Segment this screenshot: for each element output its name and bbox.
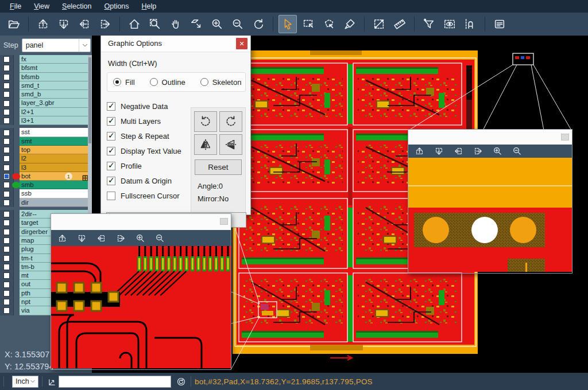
transform-button-mirror-horizontal[interactable] bbox=[194, 134, 217, 155]
layer-name[interactable]: fx bbox=[20, 55, 92, 64]
layer-checkbox[interactable] bbox=[3, 173, 10, 180]
layer-name[interactable]: l2 bbox=[20, 154, 92, 163]
layer-name[interactable]: smd_b bbox=[20, 90, 92, 99]
layer-name[interactable]: layer_3.gbr bbox=[20, 99, 92, 107]
layer-checkbox[interactable] bbox=[3, 130, 10, 136]
angle-corner-icon[interactable] bbox=[46, 375, 59, 388]
pan-button[interactable] bbox=[167, 15, 185, 33]
magnifier-right-view[interactable] bbox=[408, 158, 572, 272]
layer-checkbox[interactable] bbox=[3, 138, 10, 145]
layer-name[interactable]: l2+1 bbox=[20, 108, 92, 116]
layer-checkbox[interactable] bbox=[3, 282, 10, 288]
layer-checkbox[interactable] bbox=[3, 109, 10, 115]
layer-checkbox[interactable] bbox=[3, 147, 10, 153]
snap-button[interactable] bbox=[461, 15, 479, 33]
magnifier-tool-shift-down[interactable] bbox=[76, 233, 87, 243]
layer-checkbox[interactable] bbox=[3, 211, 10, 217]
magnifier-tool-shift-up[interactable] bbox=[414, 146, 424, 157]
magnifier-tool-zoom-in[interactable] bbox=[135, 233, 145, 243]
layer-name[interactable]: smd_t bbox=[20, 81, 92, 90]
layer-name[interactable]: ssb bbox=[20, 189, 92, 198]
layer-checkbox[interactable] bbox=[3, 307, 10, 314]
layer-checkbox[interactable] bbox=[3, 100, 10, 107]
layer-name[interactable]: l3 bbox=[20, 163, 92, 172]
transform-button-mirror-vertical[interactable] bbox=[219, 134, 242, 155]
layer-checkbox[interactable] bbox=[3, 74, 10, 80]
layer-row[interactable]: bfsmb bbox=[0, 73, 92, 81]
layer-checkbox[interactable] bbox=[3, 56, 10, 63]
refresh-icon[interactable] bbox=[175, 375, 187, 388]
layer-name[interactable]: l3+1 bbox=[20, 116, 92, 125]
layer-row[interactable]: smt bbox=[0, 137, 92, 146]
magnifier-tool-shift-down[interactable] bbox=[434, 146, 444, 157]
layer-name[interactable]: smb bbox=[20, 181, 92, 189]
layer-row[interactable]: top bbox=[0, 146, 92, 154]
shift-left-button[interactable] bbox=[75, 15, 94, 33]
magnifier-right-titlebar[interactable] bbox=[408, 130, 572, 145]
magnifier-window-left[interactable] bbox=[51, 213, 231, 370]
layer-row[interactable]: sst bbox=[0, 128, 92, 136]
layer-checkbox[interactable] bbox=[3, 182, 10, 188]
magnifier-tool-zoom-out[interactable] bbox=[154, 233, 165, 243]
layer-name[interactable]: bfsmt bbox=[20, 64, 92, 72]
layer-row[interactable]: ssb bbox=[0, 189, 92, 198]
dialog-titlebar[interactable]: Graphic Options ✕ bbox=[101, 35, 250, 52]
option-checkbox-row-datum-origin[interactable]: Datum & Origin bbox=[107, 173, 193, 188]
zoom-previous-button[interactable] bbox=[249, 15, 268, 33]
menu-item[interactable]: View bbox=[28, 1, 56, 11]
menu-item[interactable]: Options bbox=[98, 1, 135, 11]
layer-checkbox[interactable] bbox=[3, 299, 10, 305]
layer-checkbox[interactable] bbox=[3, 272, 10, 279]
menu-item[interactable]: File bbox=[3, 1, 28, 11]
layer-checkbox[interactable] bbox=[3, 200, 10, 206]
layer-name[interactable]: sst bbox=[20, 128, 92, 136]
brush-button[interactable] bbox=[341, 15, 359, 33]
menu-item[interactable]: Help bbox=[136, 1, 163, 11]
layer-row[interactable]: smd_t bbox=[0, 81, 92, 90]
rect-select-button[interactable] bbox=[299, 15, 318, 33]
close-icon[interactable]: ✕ bbox=[236, 38, 247, 49]
move-copy-button[interactable] bbox=[187, 15, 206, 33]
magnifier-left-titlebar[interactable] bbox=[51, 214, 231, 230]
view-options-button[interactable] bbox=[440, 15, 459, 33]
fit-view-button[interactable] bbox=[125, 15, 144, 33]
layer-checkbox[interactable] bbox=[3, 255, 10, 262]
layer-checkbox[interactable] bbox=[3, 237, 10, 244]
reset-button[interactable]: Reset bbox=[195, 159, 242, 175]
command-input[interactable] bbox=[59, 376, 171, 388]
layer-name[interactable]: top bbox=[20, 146, 92, 154]
layer-row[interactable]: layer_3.gbr bbox=[0, 99, 92, 107]
magnifier-left-view[interactable] bbox=[51, 246, 231, 368]
layer-row[interactable]: l3+1 bbox=[0, 116, 92, 125]
zoom-window-button[interactable] bbox=[146, 15, 164, 33]
layer-checkbox[interactable] bbox=[3, 191, 10, 197]
window-button[interactable] bbox=[220, 218, 228, 225]
open-button[interactable] bbox=[5, 15, 23, 33]
layer-row[interactable]: l3 bbox=[0, 163, 92, 172]
layer-row[interactable]: smb bbox=[0, 181, 92, 189]
layer-row[interactable]: fx bbox=[0, 55, 92, 64]
option-checkbox-row-negative-data[interactable]: Negative Data bbox=[107, 99, 193, 114]
radio-option-fill[interactable]: Fill bbox=[113, 78, 135, 87]
layer-checkbox[interactable] bbox=[3, 290, 10, 297]
step-dropdown[interactable]: panel bbox=[22, 38, 91, 52]
select-button[interactable] bbox=[278, 15, 297, 33]
shift-right-button[interactable] bbox=[96, 15, 114, 33]
layer-checkbox[interactable] bbox=[3, 65, 10, 71]
option-checkbox-row-fullscreen-cursor[interactable]: Fullscreen Cursor bbox=[107, 188, 193, 203]
transform-button-rotate-cw[interactable] bbox=[194, 111, 217, 132]
shift-up-button[interactable] bbox=[34, 15, 52, 33]
unit-dropdown[interactable]: Inch bbox=[12, 376, 38, 388]
layer-row[interactable]: l2 bbox=[0, 154, 92, 163]
magnifier-window-right[interactable] bbox=[408, 129, 572, 274]
layer-name[interactable]: bfsmb bbox=[20, 73, 92, 81]
measure-button[interactable] bbox=[370, 15, 388, 33]
magnifier-tool-shift-up[interactable] bbox=[57, 233, 67, 243]
menu-item[interactable]: Selection bbox=[56, 1, 98, 11]
layer-checkbox[interactable] bbox=[3, 229, 10, 235]
poly-select-button[interactable] bbox=[320, 15, 338, 33]
layer-checkbox[interactable] bbox=[3, 155, 10, 162]
layer-row[interactable]: bot 1 bbox=[0, 172, 92, 181]
layer-checkbox[interactable] bbox=[3, 264, 10, 270]
magnifier-tool-zoom-in[interactable] bbox=[492, 146, 502, 157]
